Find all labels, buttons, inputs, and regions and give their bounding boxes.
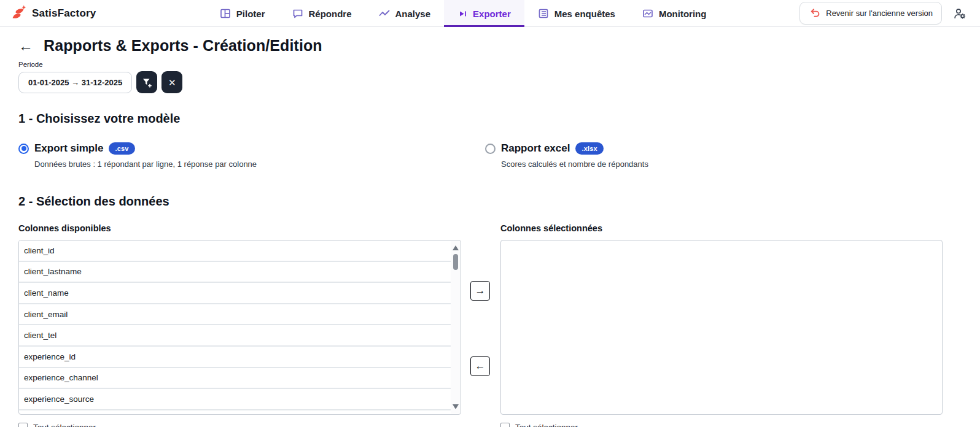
close-icon: ✕ [168, 78, 176, 87]
dashboard-icon [220, 8, 231, 19]
survey-list-icon [538, 8, 549, 19]
select-all-label: Tout sélectionner [33, 423, 96, 427]
list-item[interactable]: client_tel [19, 325, 451, 347]
user-settings-icon[interactable] [953, 7, 966, 20]
move-left-button[interactable]: ← [470, 356, 490, 376]
date-range-input[interactable]: 01-01-2025 → 31-12-2025 [18, 72, 132, 93]
available-columns-list: client_id client_lastname client_name cl… [18, 240, 461, 415]
list-item[interactable]: experience_id [19, 347, 451, 368]
nav-item-repondre[interactable]: Répondre [279, 0, 365, 27]
brand: SatisFactory [10, 5, 126, 21]
filter-plus-icon [141, 77, 153, 88]
nav-item-monitoring[interactable]: Monitoring [629, 0, 720, 27]
nav-label: Mes enquêtes [554, 9, 615, 19]
option-label[interactable]: Rapport excel [501, 142, 570, 155]
option-label[interactable]: Export simple [34, 142, 103, 155]
list-item[interactable]: experience_channel [19, 368, 451, 390]
option-description: Scores calculés et nombre de répondants [501, 160, 952, 169]
nav-item-analyse[interactable]: Analyse [365, 0, 445, 27]
main-content: ← Rapports & Exports - Création/Edition … [0, 37, 980, 427]
section-2-title: 2 - Sélection des données [18, 194, 962, 209]
list-item[interactable]: client_id [19, 240, 451, 262]
scrollbar-thumb[interactable] [453, 254, 458, 270]
export-icon [457, 9, 467, 18]
xlsx-badge: .xlsx [575, 142, 603, 155]
scrollbar[interactable] [451, 241, 460, 414]
option-rapport-excel: Rapport excel .xlsx Scores calculés et n… [485, 142, 952, 169]
monitor-icon [642, 8, 653, 19]
available-select-all-checkbox[interactable] [18, 423, 28, 427]
select-all-label: Tout sélectionner [515, 423, 578, 427]
csv-badge: .csv [109, 142, 134, 155]
nav-label: Monitoring [659, 9, 706, 19]
selected-columns-label: Colonnes sélectionnées [500, 223, 943, 233]
nav-label: Exporter [473, 9, 511, 19]
periode-label: Periode [18, 61, 962, 68]
back-button[interactable]: ← [18, 39, 33, 53]
available-columns-label: Colonnes disponibles [18, 223, 461, 233]
selected-select-all-checkbox[interactable] [500, 423, 510, 427]
brand-name: SatisFactory [32, 7, 96, 20]
selected-select-all[interactable]: Tout sélectionner [500, 423, 943, 427]
option-export-simple: Export simple .csv Données brutes : 1 ré… [18, 142, 485, 169]
revert-old-version-button[interactable]: Revenir sur l'ancienne version [799, 2, 942, 25]
nav-item-piloter[interactable]: Piloter [206, 0, 279, 27]
add-filter-button[interactable] [136, 71, 157, 93]
chat-icon [292, 8, 303, 19]
move-right-button[interactable]: → [470, 281, 490, 301]
option-description: Données brutes : 1 répondant par ligne, … [34, 160, 485, 169]
clear-filter-button[interactable]: ✕ [161, 71, 182, 93]
nav-item-mes-enquetes[interactable]: Mes enquêtes [524, 0, 629, 27]
selected-columns-list [500, 240, 943, 415]
list-item[interactable]: client_name [19, 283, 451, 304]
undo-icon [809, 7, 820, 19]
radio-export-simple[interactable] [18, 144, 29, 154]
selected-columns-panel: Colonnes sélectionnées Tout sélectionner [500, 223, 943, 427]
scrollbar-up-arrow[interactable] [451, 244, 460, 252]
section-1-title: 1 - Choisissez votre modèle [18, 112, 962, 126]
main-nav: Piloter Répondre Analyse Exporter [206, 0, 720, 26]
nav-label: Analyse [395, 9, 431, 19]
list-item[interactable]: client_email [19, 304, 451, 326]
revert-button-label: Revenir sur l'ancienne version [826, 9, 933, 18]
list-item[interactable]: experience_source [19, 389, 451, 410]
transfer-controls: → ← [461, 223, 500, 427]
scrollbar-down-arrow[interactable] [451, 402, 460, 411]
available-select-all[interactable]: Tout sélectionner [18, 423, 461, 427]
top-navigation-bar: SatisFactory Piloter Répondre Analyse [0, 0, 980, 27]
trend-icon [379, 8, 390, 19]
list-item[interactable]: client_lastname [19, 262, 451, 283]
nav-item-exporter[interactable]: Exporter [444, 0, 524, 27]
nav-label: Répondre [309, 9, 352, 19]
radio-rapport-excel[interactable] [485, 144, 496, 154]
nav-label: Piloter [236, 9, 265, 19]
brand-logo-icon [10, 5, 26, 21]
page-title: Rapports & Exports - Création/Edition [44, 37, 322, 55]
available-columns-panel: Colonnes disponibles client_id client_la… [18, 223, 461, 427]
